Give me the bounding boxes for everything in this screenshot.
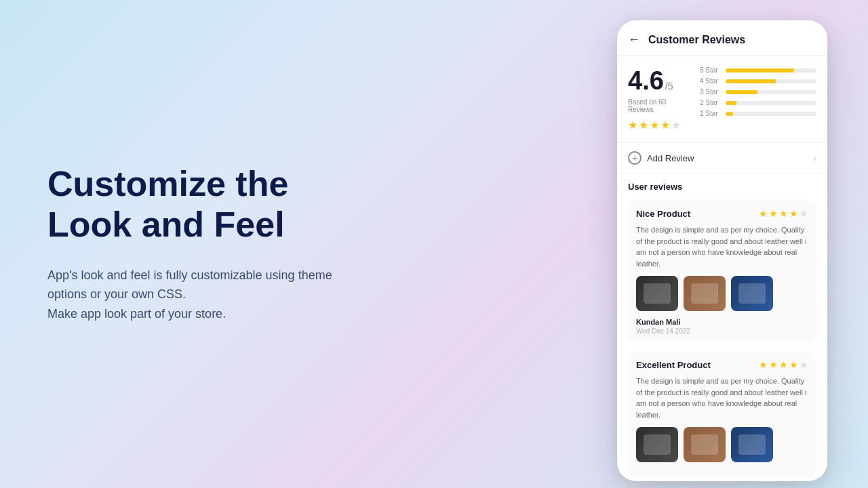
star-5: ★ bbox=[671, 119, 681, 131]
hero-subtitle: App's look and feel is fully customizabl… bbox=[47, 266, 420, 324]
app-header: ← Customer Reviews bbox=[617, 20, 827, 56]
review-2-stars: ★ ★ ★ ★ ★ bbox=[759, 359, 808, 370]
bar-3star-track bbox=[726, 90, 816, 94]
bar-2star-fill bbox=[726, 101, 736, 105]
bar-2star: 2 Star bbox=[700, 99, 816, 106]
bar-5star: 5 Star bbox=[700, 66, 816, 74]
bar-3star-fill bbox=[726, 90, 757, 94]
rating-denom: /5 bbox=[665, 81, 673, 92]
review-1-top: Nice Product ★ ★ ★ ★ ★ bbox=[636, 208, 808, 219]
review-2-text: The design is simple and as per my choic… bbox=[636, 375, 808, 420]
review-2-img-3 bbox=[731, 427, 773, 462]
hero-title-line2: Look and Feel bbox=[47, 205, 285, 244]
phone-mockup: ← Customer Reviews 4.6/5 Based on 60 Rev… bbox=[617, 20, 827, 481]
r2-star-1: ★ bbox=[759, 359, 768, 370]
plus-icon: + bbox=[628, 151, 642, 165]
based-on-text: Based on 60 Reviews bbox=[628, 98, 689, 113]
star-2: ★ bbox=[639, 119, 648, 131]
review-2-images bbox=[636, 427, 808, 462]
review-2-title: Excellent Product bbox=[636, 360, 711, 370]
rating-left: 4.6/5 Based on 60 Reviews ★ ★ ★ ★ ★ bbox=[628, 66, 689, 131]
review-1-title: Nice Product bbox=[636, 209, 690, 219]
star-4: ★ bbox=[660, 119, 670, 131]
review-2-img-1 bbox=[636, 427, 678, 462]
r2-star-5: ★ bbox=[800, 359, 808, 370]
bar-4star-track bbox=[726, 79, 816, 83]
r2-star-4: ★ bbox=[789, 359, 798, 370]
r2-star-3: ★ bbox=[779, 359, 788, 370]
review-card-1: Nice Product ★ ★ ★ ★ ★ The design is sim… bbox=[628, 200, 816, 343]
left-panel: Customize the Look and Feel App's look a… bbox=[47, 164, 420, 324]
bar-5star-fill bbox=[726, 68, 794, 73]
bar-1star: 1 Star bbox=[700, 110, 816, 117]
review-2-top: Excellent Product ★ ★ ★ ★ ★ bbox=[636, 359, 808, 370]
add-review-row[interactable]: + Add Review › bbox=[617, 143, 827, 174]
bar-4star: 4 Star bbox=[700, 77, 816, 85]
bar-1star-track bbox=[726, 112, 816, 116]
review-1-date: Wed Dec 14 2022 bbox=[636, 327, 808, 335]
bar-3star-label: 3 Star bbox=[700, 88, 722, 96]
bar-2star-label: 2 Star bbox=[700, 99, 722, 106]
bar-1star-fill bbox=[726, 112, 733, 116]
bar-5star-label: 5 Star bbox=[700, 66, 722, 74]
review-2-img-2 bbox=[684, 427, 726, 462]
rating-score: 4.6 bbox=[628, 66, 664, 95]
review-1-img-2 bbox=[684, 276, 726, 311]
review-1-author: Kundan Mali bbox=[636, 318, 808, 326]
back-button[interactable]: ← bbox=[628, 33, 640, 47]
user-reviews-title: User reviews bbox=[628, 182, 816, 192]
star-3: ★ bbox=[650, 119, 659, 131]
r1-star-1: ★ bbox=[759, 208, 768, 219]
rating-bars: 5 Star 4 Star 3 Star 2 Star bbox=[700, 66, 816, 121]
bar-5star-track bbox=[726, 68, 816, 73]
page-title: Customer Reviews bbox=[648, 34, 745, 46]
r1-star-3: ★ bbox=[779, 208, 788, 219]
review-1-img-1 bbox=[636, 276, 678, 311]
review-1-stars: ★ ★ ★ ★ ★ bbox=[759, 208, 808, 219]
review-1-img-3 bbox=[731, 276, 773, 311]
hero-title-line1: Customize the bbox=[47, 164, 288, 203]
bar-4star-label: 4 Star bbox=[700, 77, 722, 85]
hero-title: Customize the Look and Feel bbox=[47, 164, 420, 245]
review-1-images bbox=[636, 276, 808, 311]
bar-4star-fill bbox=[726, 79, 776, 83]
subtitle-line1: App's look and feel is fully customizabl… bbox=[47, 268, 332, 282]
bar-1star-label: 1 Star bbox=[700, 110, 722, 117]
rating-summary: 4.6/5 Based on 60 Reviews ★ ★ ★ ★ ★ 5 St… bbox=[617, 56, 827, 143]
subtitle-line3: Make app look part of your store. bbox=[47, 307, 226, 321]
r1-star-5: ★ bbox=[800, 208, 808, 219]
r2-star-2: ★ bbox=[769, 359, 778, 370]
bar-3star: 3 Star bbox=[700, 88, 816, 96]
user-reviews-section[interactable]: User reviews Nice Product ★ ★ ★ ★ ★ The … bbox=[617, 174, 827, 481]
review-card-2: Excellent Product ★ ★ ★ ★ ★ The design i… bbox=[628, 351, 816, 477]
review-1-text: The design is simple and as per my choic… bbox=[636, 224, 808, 269]
rating-stars: ★ ★ ★ ★ ★ bbox=[628, 119, 689, 131]
add-review-label: Add Review bbox=[647, 153, 694, 163]
subtitle-line2: options or your own CSS. bbox=[47, 287, 186, 301]
r1-star-4: ★ bbox=[789, 208, 798, 219]
add-review-left: + Add Review bbox=[628, 151, 694, 165]
star-1: ★ bbox=[628, 119, 637, 131]
bar-2star-track bbox=[726, 101, 816, 105]
r1-star-2: ★ bbox=[769, 208, 778, 219]
chevron-right-icon: › bbox=[813, 152, 816, 163]
